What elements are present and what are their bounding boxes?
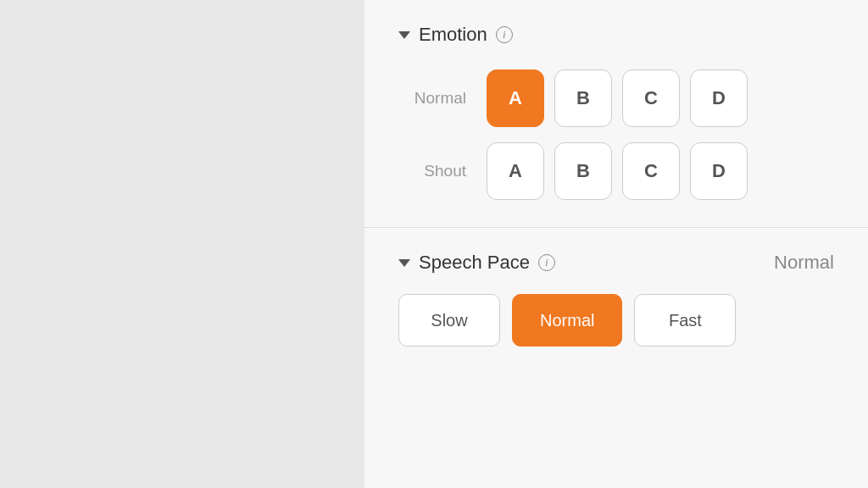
right-panel: Emotion i Normal A B C D Shout A B [364,0,868,488]
speech-pace-header: Speech Pace i Normal [398,252,834,274]
speech-pace-section: Speech Pace i Normal Slow Normal Fast [364,227,868,374]
emotion-title: Emotion [419,24,487,46]
emotion-shout-btn-a[interactable]: A [487,142,544,200]
speech-pace-btn-group: Slow Normal Fast [398,294,834,347]
emotion-normal-btn-c[interactable]: C [622,69,680,127]
pace-btn-normal[interactable]: Normal [512,294,622,347]
emotion-section: Emotion i Normal A B C D Shout A B [364,0,868,227]
speech-pace-collapse-icon[interactable] [398,259,410,267]
speech-pace-header-left: Speech Pace i [398,252,555,274]
emotion-normal-btn-a[interactable]: A [487,69,544,127]
emotion-row-normal: Normal A B C D [398,69,834,127]
emotion-rows: Normal A B C D Shout A B C D [398,69,834,200]
speech-pace-current-value: Normal [774,252,834,274]
emotion-row-shout: Shout A B C D [398,142,834,200]
emotion-row-normal-label: Normal [398,89,466,108]
speech-pace-title: Speech Pace [419,252,530,274]
emotion-shout-btn-c[interactable]: C [622,142,680,200]
emotion-normal-btn-group: A B C D [487,69,748,127]
emotion-normal-btn-b[interactable]: B [554,69,612,127]
emotion-row-shout-label: Shout [398,162,466,180]
speech-pace-info-icon[interactable]: i [538,254,555,271]
emotion-shout-btn-b[interactable]: B [554,142,612,200]
emotion-normal-btn-d[interactable]: D [690,69,748,127]
pace-btn-slow[interactable]: Slow [398,294,500,347]
left-panel [0,0,364,488]
emotion-collapse-icon[interactable] [398,31,410,39]
emotion-shout-btn-d[interactable]: D [690,142,748,200]
pace-btn-fast[interactable]: Fast [634,294,736,347]
emotion-header: Emotion i [398,24,834,46]
emotion-info-icon[interactable]: i [496,26,513,43]
emotion-shout-btn-group: A B C D [487,142,748,200]
